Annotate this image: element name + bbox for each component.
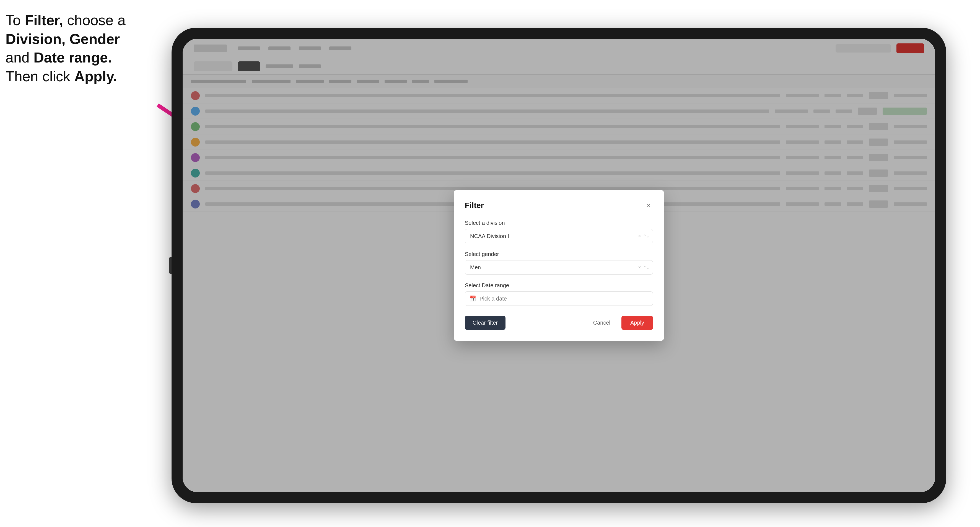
modal-title: Filter xyxy=(465,201,484,210)
date-input[interactable] xyxy=(465,291,653,306)
apply-button[interactable]: Apply xyxy=(621,316,653,330)
modal-overlay: Filter × Select a division NCAA Division… xyxy=(183,39,935,492)
instruction-text: To Filter, choose a Division, Gender and… xyxy=(6,11,166,86)
gender-label: Select gender xyxy=(465,251,653,257)
calendar-icon: 📅 xyxy=(469,295,476,302)
division-select[interactable]: NCAA Division I NCAA Division II NCAA Di… xyxy=(465,229,653,243)
division-form-group: Select a division NCAA Division I NCAA D… xyxy=(465,220,653,243)
tablet-frame: Filter × Select a division NCAA Division… xyxy=(172,28,946,503)
modal-footer-right: Cancel Apply xyxy=(588,316,653,330)
apply-bold: Apply. xyxy=(75,68,117,84)
date-label: Select Date range xyxy=(465,282,653,289)
date-form-group: Select Date range 📅 xyxy=(465,282,653,306)
filter-bold: Filter, xyxy=(25,12,63,28)
gender-select-wrapper: Men Women All × ⌃⌄ xyxy=(465,260,653,275)
modal-close-button[interactable]: × xyxy=(644,201,653,210)
tablet-screen: Filter × Select a division NCAA Division… xyxy=(183,39,935,492)
division-gender-bold: Division, Gender xyxy=(6,31,120,47)
modal-header: Filter × xyxy=(465,201,653,210)
filter-modal: Filter × Select a division NCAA Division… xyxy=(454,190,664,341)
gender-form-group: Select gender Men Women All × ⌃⌄ xyxy=(465,251,653,275)
tablet-side-button xyxy=(169,257,172,274)
clear-filter-button[interactable]: Clear filter xyxy=(465,316,506,330)
modal-footer: Clear filter Cancel Apply xyxy=(465,316,653,330)
date-input-wrapper: 📅 xyxy=(465,291,653,306)
division-select-wrapper: NCAA Division I NCAA Division II NCAA Di… xyxy=(465,229,653,243)
division-label: Select a division xyxy=(465,220,653,226)
date-range-bold: Date range. xyxy=(33,49,112,65)
gender-select[interactable]: Men Women All xyxy=(465,260,653,275)
cancel-button[interactable]: Cancel xyxy=(588,316,616,330)
